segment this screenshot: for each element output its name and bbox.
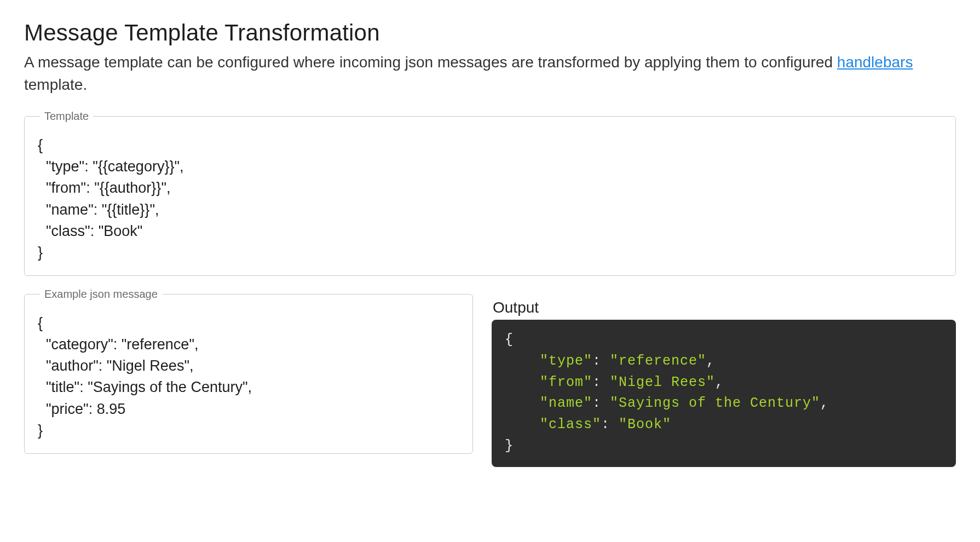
output-box: { "type": "reference", "from": "Nigel Re…	[492, 320, 956, 467]
handlebars-link[interactable]: handlebars	[837, 54, 913, 71]
output-value: "Sayings of the Century"	[610, 395, 820, 411]
example-input[interactable]: { "category": "reference", "author": "Ni…	[38, 313, 459, 441]
page-root: Message Template Transformation A messag…	[0, 0, 980, 491]
output-key: "class"	[540, 417, 601, 433]
output-key: "name"	[540, 395, 592, 411]
page-title: Message Template Transformation	[24, 20, 956, 46]
output-line: "name": "Sayings of the Century",	[505, 393, 943, 414]
output-line: "class": "Book"	[505, 414, 943, 436]
output-label: Output	[493, 299, 956, 316]
output-key: "type"	[540, 353, 592, 369]
output-key: "from"	[540, 374, 592, 390]
page-description: A message template can be configured whe…	[24, 51, 944, 96]
example-panel-legend: Example json message	[40, 288, 162, 301]
output-value: "Nigel Rees"	[610, 374, 715, 390]
output-value: "reference"	[610, 353, 706, 369]
output-column: Output { "type": "reference", "from": "N…	[492, 288, 956, 467]
example-column: Example json message { "category": "refe…	[24, 288, 473, 454]
example-output-row: Example json message { "category": "refe…	[24, 288, 956, 467]
example-panel: Example json message { "category": "refe…	[24, 288, 473, 454]
template-panel-legend: Template	[40, 110, 93, 123]
template-panel: Template { "type": "{{category}}", "from…	[24, 110, 956, 276]
output-line: }	[505, 436, 943, 457]
template-input[interactable]: { "type": "{{category}}", "from": "{{aut…	[38, 135, 942, 263]
output-line: {	[505, 330, 943, 351]
description-text-pre: A message template can be configured whe…	[24, 54, 837, 71]
output-line: "type": "reference",	[505, 351, 943, 372]
output-line: "from": "Nigel Rees",	[505, 372, 943, 394]
output-value: "Book"	[619, 417, 671, 433]
description-text-post: template.	[24, 76, 87, 93]
